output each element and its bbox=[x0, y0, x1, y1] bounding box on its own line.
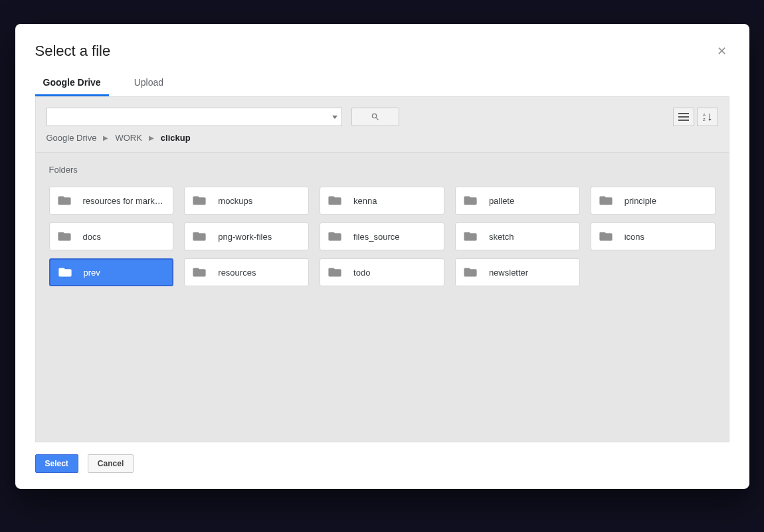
search-icon bbox=[371, 112, 380, 122]
list-view-icon bbox=[678, 113, 689, 121]
close-icon[interactable]: ✕ bbox=[714, 43, 729, 60]
toolbar: AZ bbox=[36, 97, 729, 132]
breadcrumb-item-current[interactable]: clickup bbox=[161, 133, 191, 143]
folder-label: todo bbox=[353, 268, 370, 278]
breadcrumb-item[interactable]: WORK bbox=[115, 133, 142, 143]
folder-item[interactable]: png-work-files bbox=[184, 222, 309, 250]
select-button[interactable]: Select bbox=[35, 454, 78, 473]
folder-item[interactable]: docs bbox=[49, 222, 174, 250]
folder-item[interactable]: pallete bbox=[455, 187, 580, 215]
chevron-right-icon: ▶ bbox=[103, 134, 108, 141]
folder-icon bbox=[193, 231, 206, 242]
section-label: Folders bbox=[49, 165, 716, 175]
cancel-button[interactable]: Cancel bbox=[88, 454, 134, 473]
sort-az-icon: AZ bbox=[702, 112, 713, 122]
breadcrumb-item[interactable]: Google Drive bbox=[47, 133, 97, 143]
svg-rect-1 bbox=[678, 116, 689, 118]
folder-item[interactable]: newsletter bbox=[455, 258, 580, 286]
folder-item[interactable]: resources for mark… bbox=[49, 187, 174, 215]
search-input[interactable] bbox=[47, 108, 342, 126]
folder-icon bbox=[328, 195, 341, 206]
folder-label: principle bbox=[624, 196, 656, 206]
folder-item[interactable]: resources bbox=[184, 258, 309, 286]
folder-item[interactable]: files_source bbox=[320, 222, 444, 250]
folder-item[interactable]: kenna bbox=[320, 187, 444, 215]
svg-rect-2 bbox=[678, 120, 689, 121]
breadcrumb: Google Drive ▶ WORK ▶ clickup bbox=[36, 132, 729, 152]
chevron-down-icon bbox=[332, 116, 337, 119]
folder-label: prev bbox=[84, 268, 100, 278]
sort-button[interactable]: AZ bbox=[697, 108, 718, 126]
folder-label: icons bbox=[624, 232, 644, 242]
folder-item[interactable]: sketch bbox=[455, 222, 580, 250]
folder-label: resources bbox=[218, 268, 256, 278]
dialog-header: Select a file ✕ bbox=[35, 43, 729, 60]
tabs: Google Drive Upload bbox=[35, 72, 729, 96]
content-area: Folders resources for mark…mockupskennap… bbox=[36, 152, 729, 442]
svg-text:A: A bbox=[703, 113, 706, 117]
folder-label: kenna bbox=[353, 196, 377, 206]
tab-upload[interactable]: Upload bbox=[126, 72, 171, 96]
folder-label: newsletter bbox=[489, 268, 528, 278]
dialog-title: Select a file bbox=[35, 43, 111, 60]
chevron-right-icon: ▶ bbox=[149, 134, 154, 141]
dialog-footer: Select Cancel bbox=[35, 442, 729, 473]
folder-icon bbox=[464, 195, 477, 206]
folder-icon bbox=[599, 195, 613, 206]
folder-icon bbox=[193, 267, 206, 278]
folder-item[interactable]: principle bbox=[591, 187, 716, 215]
folder-item[interactable]: todo bbox=[320, 258, 444, 286]
search-button[interactable] bbox=[351, 108, 399, 126]
folder-icon bbox=[328, 231, 341, 242]
folder-label: resources for mark… bbox=[83, 196, 163, 206]
toolbar-right: AZ bbox=[673, 108, 718, 126]
folder-label: docs bbox=[83, 232, 101, 242]
folder-item[interactable]: mockups bbox=[184, 187, 309, 215]
folder-label: pallete bbox=[489, 196, 514, 206]
list-view-button[interactable] bbox=[673, 108, 694, 126]
svg-rect-0 bbox=[678, 113, 689, 114]
folder-item[interactable]: icons bbox=[591, 222, 716, 250]
tab-google-drive[interactable]: Google Drive bbox=[35, 72, 109, 96]
folder-grid: resources for mark…mockupskennapalletepr… bbox=[49, 187, 716, 286]
folder-icon bbox=[193, 195, 206, 206]
folder-icon bbox=[464, 231, 477, 242]
folder-icon bbox=[328, 267, 341, 278]
picker-frame: AZ Google Drive ▶ WORK ▶ clickup Folders… bbox=[35, 96, 729, 442]
folder-label: files_source bbox=[353, 232, 399, 242]
folder-icon bbox=[464, 267, 477, 278]
folder-label: png-work-files bbox=[218, 232, 272, 242]
file-picker-dialog: Select a file ✕ Google Drive Upload AZ bbox=[15, 24, 749, 489]
folder-item[interactable]: prev bbox=[49, 258, 174, 286]
folder-icon bbox=[599, 231, 613, 242]
folder-icon bbox=[58, 267, 72, 278]
folder-icon bbox=[58, 231, 71, 242]
svg-text:Z: Z bbox=[703, 118, 706, 122]
folder-icon bbox=[58, 195, 71, 206]
folder-label: mockups bbox=[218, 196, 252, 206]
folder-label: sketch bbox=[489, 232, 514, 242]
